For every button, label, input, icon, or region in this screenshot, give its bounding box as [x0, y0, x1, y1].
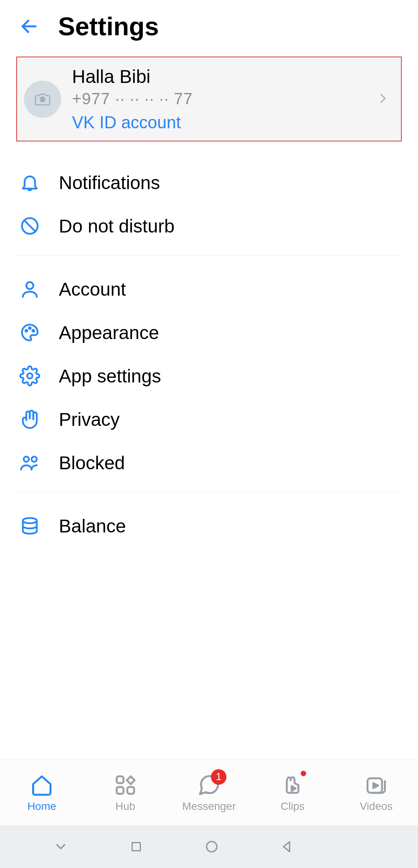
- settings-item-label: Blocked: [59, 452, 125, 474]
- settings-item-label: App settings: [59, 365, 161, 387]
- nav-label: Hub: [115, 800, 135, 813]
- profile-phone: +977 ·· ·· ·· ·· 77: [72, 90, 365, 108]
- nav-item-hub[interactable]: Hub: [84, 773, 167, 813]
- settings-item-label: Appearance: [59, 322, 159, 343]
- nav-label: Clips: [281, 800, 305, 813]
- sys-down-icon[interactable]: [50, 836, 71, 857]
- settings-item-blocked[interactable]: Blocked: [0, 441, 418, 484]
- clips-icon: [281, 773, 305, 797]
- sys-back-icon[interactable]: [277, 836, 298, 857]
- svg-point-10: [32, 456, 37, 462]
- chevron-right-icon: [376, 92, 389, 107]
- back-arrow-icon[interactable]: [19, 17, 39, 36]
- svg-point-6: [29, 327, 31, 329]
- svg-point-4: [26, 282, 33, 289]
- nav-item-home[interactable]: Home: [0, 773, 84, 813]
- svg-point-11: [23, 518, 37, 524]
- svg-point-8: [27, 373, 33, 379]
- video-icon: [364, 773, 388, 797]
- settings-item-dnd[interactable]: Do not disturb: [0, 204, 418, 248]
- settings-list: Notifications Do not disturb Account App…: [0, 161, 418, 548]
- profile-name: Halla Bibi: [72, 66, 365, 87]
- coins-icon: [19, 515, 40, 536]
- camera-icon: [34, 91, 51, 108]
- badge: 1: [211, 769, 226, 785]
- settings-item-privacy[interactable]: Privacy: [0, 398, 418, 441]
- page-title: Settings: [58, 12, 159, 41]
- bottom-nav: Home Hub 1 Messenger Clips Videos: [0, 760, 418, 825]
- svg-rect-14: [127, 787, 134, 794]
- bell-icon: [19, 172, 40, 193]
- svg-rect-12: [117, 776, 124, 783]
- svg-marker-20: [283, 842, 290, 851]
- hand-icon: [19, 409, 40, 430]
- nav-item-messenger[interactable]: 1 Messenger: [167, 773, 251, 813]
- svg-point-5: [26, 330, 27, 332]
- settings-item-notifications[interactable]: Notifications: [0, 161, 418, 204]
- palette-icon: [19, 322, 40, 343]
- settings-item-balance[interactable]: Balance: [0, 504, 418, 548]
- system-navbar: [0, 825, 418, 868]
- gear-icon: [19, 365, 40, 386]
- settings-item-account[interactable]: Account: [0, 267, 418, 311]
- nav-item-videos[interactable]: Videos: [334, 773, 418, 813]
- settings-item-label: Privacy: [59, 409, 120, 430]
- notification-dot: [301, 771, 306, 776]
- sys-recent-icon[interactable]: [126, 836, 147, 857]
- user-icon: [19, 279, 40, 300]
- svg-point-9: [24, 456, 29, 462]
- divider: [15, 492, 403, 493]
- group-icon: [19, 452, 40, 473]
- profile-vkid-link[interactable]: VK ID account: [72, 113, 365, 132]
- nav-label: Videos: [360, 800, 392, 813]
- svg-point-7: [33, 330, 34, 332]
- profile-info: Halla Bibi +977 ·· ·· ·· ·· 77 VK ID acc…: [72, 66, 365, 132]
- avatar: [24, 81, 61, 118]
- profile-card[interactable]: Halla Bibi +977 ·· ·· ·· ·· 77 VK ID acc…: [16, 57, 402, 141]
- divider: [15, 255, 403, 256]
- sys-home-icon[interactable]: [201, 836, 222, 857]
- settings-item-label: Do not disturb: [59, 215, 175, 237]
- svg-line-3: [25, 221, 35, 231]
- settings-item-label: Account: [59, 279, 126, 300]
- home-icon: [30, 773, 54, 797]
- svg-point-19: [207, 842, 217, 852]
- nav-label: Home: [27, 800, 57, 813]
- header: Settings: [0, 0, 418, 53]
- settings-item-appearance[interactable]: Appearance: [0, 311, 418, 354]
- prohibit-icon: [19, 215, 40, 236]
- svg-marker-15: [292, 786, 296, 791]
- svg-rect-13: [117, 787, 124, 794]
- nav-item-clips[interactable]: Clips: [251, 773, 334, 813]
- settings-item-appsettings[interactable]: App settings: [0, 354, 418, 398]
- settings-item-label: Notifications: [59, 172, 160, 193]
- settings-item-label: Balance: [59, 515, 126, 537]
- svg-marker-17: [373, 783, 379, 788]
- chat-icon: 1: [197, 773, 221, 797]
- svg-rect-18: [132, 843, 140, 851]
- nav-label: Messenger: [182, 800, 236, 813]
- hub-icon: [113, 773, 137, 797]
